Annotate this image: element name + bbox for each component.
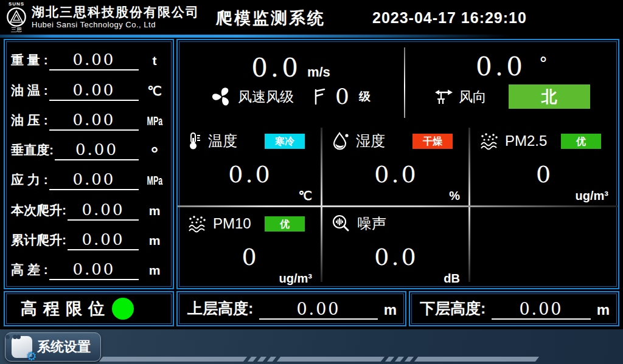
company-name-cn: 湖北三思科技股份有限公司 (32, 5, 200, 19)
sensor-cell-pm10: PM10 优 0 ug/m³ (178, 205, 322, 288)
fan-icon (211, 86, 233, 108)
measure-value: 0.00 (55, 142, 139, 160)
measure-label: 油 温 : (11, 82, 48, 101)
measure-row-oil-temp: 油 温 : 0.00 ℃ (11, 74, 167, 103)
status-badge: 优 (561, 134, 601, 149)
upper-height-box: 上层高度: 0.00 m (176, 291, 406, 326)
wind-level-value: 0 (335, 86, 349, 108)
upper-height-unit: m (384, 301, 397, 320)
logo-text-bottom: 三思 (11, 27, 22, 33)
sensor-cell-noise: 噪声 0.0 dB (322, 205, 470, 288)
measurements-panel: 重 量 : 0.00 t 油 温 : 0.00 ℃ 油 压 : 0.00 MPa… (4, 39, 174, 289)
settings-button-label: 系统设置 (37, 338, 91, 356)
sensor-cell-pm25: PM2.5 优 0 ug/m³ (470, 123, 618, 205)
measure-label: 重 量 : (11, 52, 48, 70)
sensor-label: PM2.5 (505, 132, 547, 149)
elevation-limit-indicator (112, 298, 134, 320)
wind-vane-icon (433, 88, 454, 106)
wind-speed-label: 风速风级 (238, 88, 294, 106)
measure-label: 本次爬升: (11, 202, 66, 221)
sensor-label: 噪声 (357, 214, 386, 233)
wind-direction-label: 风向 (459, 88, 487, 106)
wind-direction-unit: ° (539, 55, 548, 72)
header: SUNS 三思 湖北三思科技股份有限公司 Hubei Sansi Technol… (0, 0, 623, 35)
header-divider (0, 35, 623, 38)
status-badge: 寒冷 (265, 134, 305, 149)
sensor-grid: 温度 寒冷 0.0 ℃ 湿度 干燥 (178, 123, 618, 288)
measure-value: 0.00 (49, 171, 139, 190)
settings-sliders-icon: ⚙ (12, 336, 32, 358)
status-badge: 干燥 (412, 134, 453, 149)
thermometer-icon (187, 132, 202, 150)
measure-value: 0.00 (49, 52, 139, 70)
environment-panel: 0.0 m/s 风速风级 (176, 39, 619, 289)
company-name-en: Hubei Sansi Technology Co., Ltd (32, 21, 200, 30)
lower-height-box: 下层高度: 0.00 m (409, 291, 619, 326)
upper-height-label: 上层高度: (187, 298, 253, 320)
gear-icon: ⚙ (26, 350, 37, 362)
sensor-unit: ug/m³ (576, 189, 608, 203)
elevation-limit-label: 高程限位 (21, 298, 111, 320)
measure-unit: m (142, 233, 167, 250)
footer-bar: ⚙ 系统设置 (0, 328, 623, 364)
sensor-cell-empty (470, 205, 618, 288)
measure-value: 0.00 (68, 202, 139, 221)
measure-label: 油 压 : (11, 112, 48, 131)
sensor-unit: % (449, 189, 460, 203)
sensor-unit: ℃ (299, 188, 312, 203)
measure-unit: ° (142, 149, 167, 160)
wind-level-icon (312, 88, 327, 106)
measure-row-stress: 应 力 : 0.00 MPa (11, 163, 167, 193)
measure-row-oil-pressure: 油 压 : 0.00 MPa (11, 104, 167, 134)
wind-speed-block: 0.0 m/s 风速风级 (178, 40, 404, 123)
measure-unit: MPa (147, 174, 162, 190)
company-name: 湖北三思科技股份有限公司 Hubei Sansi Technology Co.,… (32, 5, 200, 30)
wind-section: 0.0 m/s 风速风级 (178, 40, 618, 123)
wind-speed-labels: 风速风级 0 级 (211, 86, 371, 108)
measure-label: 应 力 : (11, 171, 48, 190)
lower-height-value: 0.00 (492, 301, 590, 320)
measure-value: 0.00 (49, 82, 139, 101)
measure-unit: MPa (147, 114, 162, 131)
sensor-cell-temperature: 温度 寒冷 0.0 ℃ (178, 123, 322, 205)
measure-unit: m (142, 204, 167, 221)
sensor-unit: ug/m³ (279, 272, 312, 286)
upper-height-value: 0.00 (259, 301, 377, 320)
measure-value: 0.00 (49, 261, 139, 280)
footer-decoration (101, 357, 537, 362)
measure-unit: t (142, 53, 167, 70)
dust-icon (187, 215, 207, 233)
measure-unit: ℃ (142, 84, 167, 101)
wind-speed-value: 0.0 (251, 55, 301, 81)
measure-value: 0.00 (68, 232, 139, 250)
logo-text-top: SUNS (9, 2, 24, 7)
sensor-label: PM10 (213, 215, 251, 232)
status-badge: 优 (265, 216, 305, 232)
wind-speed-value-line: 0.0 m/s (251, 55, 330, 81)
sansi-logo-icon (6, 7, 27, 27)
company-logo: SUNS 三思 (6, 2, 27, 33)
measure-row-weight: 重 量 : 0.00 t (11, 44, 167, 74)
measure-row-total-climb: 累计爬升: 0.00 m (11, 224, 167, 253)
measure-label: 累计爬升: (11, 232, 66, 250)
lower-height-unit: m (597, 301, 610, 320)
measure-value: 0.00 (49, 112, 139, 131)
wind-direction-value-line: 0.0 ° (476, 54, 548, 80)
settings-button[interactable]: ⚙ 系统设置 (5, 332, 101, 362)
measure-label: 垂直度: (11, 142, 54, 160)
sensor-label: 温度 (208, 131, 237, 151)
measure-row-verticality: 垂直度: 0.00 ° (11, 134, 167, 163)
wind-level-unit: 级 (359, 89, 371, 105)
measure-row-height-diff: 高 差 : 0.00 m (11, 253, 167, 283)
wind-direction-block: 0.0 ° 风向 北 (405, 40, 618, 123)
measure-unit: m (142, 263, 167, 280)
sensor-value: 0.0 (187, 152, 313, 202)
sensor-value: 0.0 (332, 152, 461, 202)
wind-direction-value: 0.0 (476, 54, 526, 80)
sensor-unit: dB (444, 272, 460, 286)
elevation-limit-box: 高程限位 (4, 291, 174, 326)
dust-icon (479, 132, 499, 150)
page-title: 爬模监测系统 (216, 7, 325, 29)
measure-row-current-climb: 本次爬升: 0.00 m (11, 193, 167, 223)
climbing-formwork-monitor-screen: SUNS 三思 湖北三思科技股份有限公司 Hubei Sansi Technol… (0, 0, 623, 364)
